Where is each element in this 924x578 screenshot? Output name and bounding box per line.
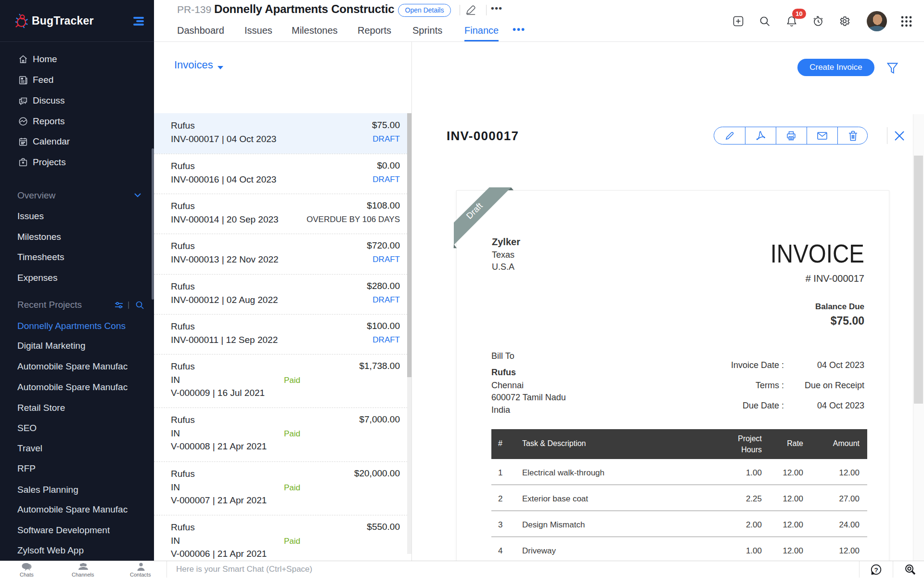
svg-text:?: ? bbox=[874, 566, 878, 574]
